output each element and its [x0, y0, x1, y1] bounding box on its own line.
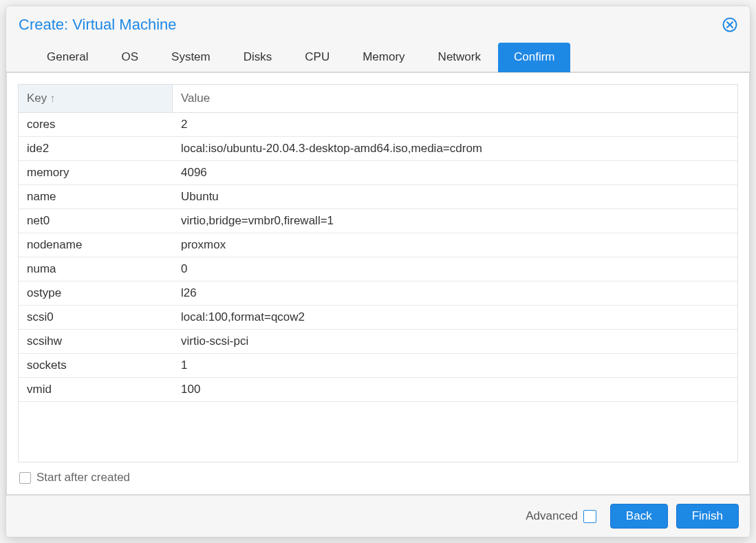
cell-value: 4096: [173, 161, 737, 184]
tab-os[interactable]: OS: [105, 43, 154, 72]
table-row[interactable]: net0virtio,bridge=vmbr0,firewall=1: [19, 209, 737, 233]
content-area: Key ↑ Value cores2ide2local:iso/ubuntu-2…: [6, 72, 750, 495]
advanced-checkbox[interactable]: [583, 510, 596, 523]
table-row[interactable]: numa0: [19, 257, 737, 281]
cell-key: ide2: [19, 137, 173, 160]
table-row[interactable]: scsi0local:100,format=qcow2: [19, 306, 737, 330]
cell-value: l26: [173, 281, 737, 305]
cell-key: cores: [19, 113, 173, 136]
create-vm-dialog: Create: Virtual Machine GeneralOSSystemD…: [6, 6, 750, 537]
tab-system[interactable]: System: [155, 43, 226, 72]
tab-memory[interactable]: Memory: [347, 43, 420, 72]
table-body: cores2ide2local:iso/ubuntu-20.04.3-deskt…: [19, 113, 737, 462]
cell-key: scsihw: [19, 330, 173, 353]
advanced-toggle[interactable]: Advanced: [526, 509, 596, 523]
tab-network[interactable]: Network: [422, 43, 497, 72]
table-row[interactable]: sockets1: [19, 354, 737, 378]
sort-ascending-icon: ↑: [50, 92, 55, 105]
tab-general[interactable]: General: [31, 43, 104, 72]
cell-value: virtio,bridge=vmbr0,firewall=1: [173, 209, 737, 233]
cell-value: virtio-scsi-pci: [173, 330, 737, 353]
cell-value: 0: [173, 257, 737, 281]
table-row[interactable]: ide2local:iso/ubuntu-20.04.3-desktop-amd…: [19, 137, 737, 161]
cell-key: vmid: [19, 378, 173, 401]
advanced-label: Advanced: [526, 509, 578, 523]
table-row[interactable]: nameUbuntu: [19, 185, 737, 209]
tab-cpu[interactable]: CPU: [289, 43, 345, 72]
wizard-tabs: GeneralOSSystemDisksCPUMemoryNetworkConf…: [6, 39, 750, 72]
column-header-key-label: Key: [27, 92, 47, 105]
dialog-footer: Advanced Back Finish: [6, 495, 750, 537]
back-button[interactable]: Back: [610, 504, 668, 529]
dialog-header: Create: Virtual Machine: [6, 6, 750, 39]
close-icon[interactable]: [722, 17, 737, 32]
cell-value: local:iso/ubuntu-20.04.3-desktop-amd64.i…: [173, 137, 737, 160]
cell-key: ostype: [19, 281, 173, 305]
column-header-value-label: Value: [181, 92, 210, 105]
finish-button[interactable]: Finish: [676, 504, 739, 529]
table-header: Key ↑ Value: [19, 85, 737, 113]
cell-value: 2: [173, 113, 737, 136]
table-row[interactable]: nodenameproxmox: [19, 233, 737, 257]
column-header-value[interactable]: Value: [173, 85, 737, 112]
cell-value: 100: [173, 378, 737, 401]
cell-key: sockets: [19, 354, 173, 377]
dialog-title: Create: Virtual Machine: [19, 16, 177, 34]
start-after-checkbox[interactable]: [19, 472, 31, 484]
table-row[interactable]: scsihwvirtio-scsi-pci: [19, 330, 737, 354]
cell-key: nodename: [19, 233, 173, 257]
table-row[interactable]: memory4096: [19, 161, 737, 185]
table-row[interactable]: cores2: [19, 113, 737, 137]
tab-disks[interactable]: Disks: [228, 43, 288, 72]
cell-key: numa: [19, 257, 173, 281]
cell-key: memory: [19, 161, 173, 184]
cell-key: scsi0: [19, 306, 173, 329]
table-row[interactable]: vmid100: [19, 378, 737, 402]
content-inner: Key ↑ Value cores2ide2local:iso/ubuntu-2…: [7, 73, 749, 494]
cell-value: Ubuntu: [173, 185, 737, 209]
tab-confirm[interactable]: Confirm: [498, 43, 571, 72]
start-after-label: Start after created: [36, 471, 130, 485]
cell-key: name: [19, 185, 173, 209]
cell-value: 1: [173, 354, 737, 377]
column-header-key[interactable]: Key ↑: [19, 85, 173, 112]
cell-key: net0: [19, 209, 173, 233]
start-after-created[interactable]: Start after created: [18, 469, 738, 489]
cell-value: local:100,format=qcow2: [173, 306, 737, 329]
summary-table: Key ↑ Value cores2ide2local:iso/ubuntu-2…: [18, 84, 738, 462]
cell-value: proxmox: [173, 233, 737, 257]
table-row[interactable]: ostypel26: [19, 281, 737, 306]
